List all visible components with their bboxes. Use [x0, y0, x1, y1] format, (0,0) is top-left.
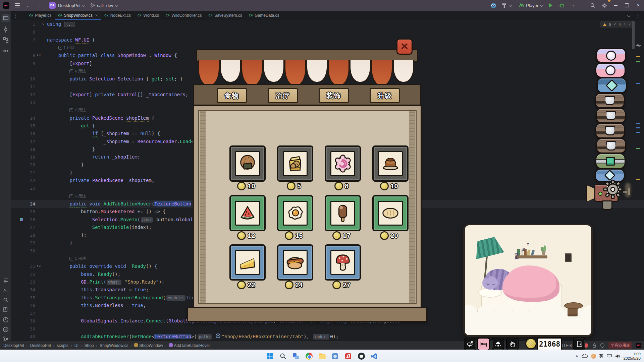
- editor-tab-World.cs[interactable]: C#World.cs: [134, 11, 162, 20]
- tray-chevron-up-icon[interactable]: ∧: [576, 354, 578, 358]
- maximize-button[interactable]: [621, 0, 633, 11]
- onedrive-cloud-icon[interactable]: [582, 354, 588, 358]
- chest-wood[interactable]: [596, 138, 626, 154]
- chest-wood[interactable]: [596, 108, 626, 123]
- code-line-1[interactable]: 1>using ...: [11, 20, 644, 28]
- usage-hint[interactable]: ↗5 用法: [69, 192, 86, 200]
- next-issue-icon[interactable]: ∨: [628, 22, 631, 26]
- pet-toolbar-mailbox-button[interactable]: [464, 338, 476, 350]
- stripe-mark[interactable]: [636, 61, 640, 62]
- godot-engine-icon[interactable]: [490, 2, 497, 8]
- breadcrumb-item[interactable]: Shop: [84, 343, 94, 348]
- shop-tab-4[interactable]: 升级: [370, 88, 400, 103]
- inherited-gutter-icon[interactable]: ↓o: [37, 53, 42, 58]
- commit-icon[interactable]: [2, 25, 10, 34]
- editor-tab-Player.cs[interactable]: C#Player.cs: [26, 11, 55, 20]
- inspections-widget[interactable]: 5 ✓ 4 ∧ ∨: [600, 21, 634, 27]
- shop-item-rice-cracker[interactable]: [229, 145, 266, 182]
- stripe-mark[interactable]: [636, 148, 640, 149]
- fold-arrow-icon[interactable]: >: [42, 20, 44, 28]
- shop-item-cheese[interactable]: [229, 244, 266, 281]
- license-badge[interactable]: 非商业用途: [608, 342, 633, 349]
- files-tool-icon[interactable]: [2, 306, 10, 314]
- override-gutter-icon[interactable]: ↑o: [37, 264, 42, 269]
- unlock-icon[interactable]: [592, 343, 596, 348]
- debug-button[interactable]: [556, 0, 568, 11]
- breadcrumb-item[interactable]: ShopWindow: [134, 343, 163, 348]
- editor-scrollbar[interactable]: [632, 21, 635, 49]
- stripe-mark[interactable]: [636, 123, 640, 124]
- run-button[interactable]: [545, 0, 556, 11]
- shop-item-mushroom[interactable]: [325, 244, 361, 281]
- taskbar-app-photos[interactable]: [331, 352, 339, 360]
- shop-item-hot-dog[interactable]: [277, 244, 313, 281]
- network-icon[interactable]: [607, 354, 612, 358]
- project-selector[interactable]: DesktopPet: [58, 3, 80, 8]
- more-tools-icon[interactable]: [2, 47, 10, 55]
- stripe-mark[interactable]: [636, 83, 640, 84]
- shop-item-fried-egg[interactable]: [277, 195, 313, 231]
- tray-clock[interactable]: 1:09 2025/5/20: [624, 352, 641, 361]
- shop-item-bread[interactable]: [372, 195, 409, 231]
- search-everywhere-icon[interactable]: [587, 0, 598, 11]
- settings-gear-icon[interactable]: [598, 0, 610, 11]
- usage-hint[interactable]: ↗1 用法: [58, 44, 75, 52]
- chest-pearl[interactable]: [596, 48, 626, 63]
- taskbar-app-start[interactable]: [266, 352, 274, 360]
- editor-tab-GameData.cs[interactable]: C#GameData.cs: [246, 11, 283, 20]
- shop-tab-1[interactable]: 食物: [217, 88, 247, 103]
- breadcrumb-item[interactable]: AddTabButtonHover: [169, 343, 210, 348]
- editor-tab-NodeExt.cs[interactable]: C#NodeExt.cs: [101, 11, 134, 20]
- minimize-button[interactable]: [610, 0, 621, 11]
- chest-blue-gem[interactable]: [597, 77, 627, 93]
- usage-hint[interactable]: ↗2 用法: [69, 106, 86, 114]
- chest-wood[interactable]: [595, 123, 625, 138]
- search-tool-icon[interactable]: [2, 296, 10, 304]
- more-actions-icon[interactable]: ⋮: [568, 0, 579, 11]
- breadcrumb-item[interactable]: ShopWindow.cs: [100, 343, 128, 348]
- code-line-6[interactable]: 6: [11, 28, 644, 36]
- editor-tab-WildController.cs[interactable]: C#WildController.cs: [162, 11, 205, 20]
- chevron-down-icon[interactable]: [509, 3, 512, 7]
- chest-pearl[interactable]: [595, 63, 626, 78]
- hide-tabs-icon[interactable]: —: [20, 14, 24, 17]
- breadcrumb-item[interactable]: DesktopPet: [30, 343, 51, 348]
- pet-toolbar-door-button[interactable]: [573, 338, 585, 350]
- taskbar-app-chrome[interactable]: [305, 352, 313, 360]
- taskbar-app-vscode[interactable]: [370, 352, 378, 360]
- gear-machine[interactable]: [586, 181, 633, 213]
- tab-list-chevron-icon[interactable]: [627, 14, 631, 17]
- shop-close-button[interactable]: ✕: [396, 39, 413, 55]
- build-hammer-icon[interactable]: [501, 3, 507, 8]
- breadcrumb-item[interactable]: UI: [74, 343, 78, 348]
- chest-wood[interactable]: [595, 93, 625, 108]
- pet-toolbar-lamp-button[interactable]: [492, 338, 504, 350]
- prev-issue-icon[interactable]: ∧: [623, 22, 626, 26]
- usage-hint[interactable]: ↗6 用法: [69, 67, 86, 75]
- editor-tab-ShopWindow.cs[interactable]: C#ShopWindow.cs×: [55, 11, 101, 20]
- tab-close-icon[interactable]: ×: [95, 13, 98, 18]
- shop-tab-3[interactable]: 装饰: [319, 88, 349, 103]
- shop-item-pudding[interactable]: [372, 145, 409, 182]
- project-folder-icon[interactable]: [2, 14, 10, 22]
- breadcrumb-item[interactable]: DesktopPet: [3, 343, 24, 348]
- taskbar-app-github[interactable]: [357, 352, 365, 360]
- format-icon[interactable]: [2, 277, 10, 285]
- forward-icon[interactable]: →: [37, 3, 41, 8]
- stripe-mark[interactable]: [636, 127, 640, 128]
- taskbar-app-music[interactable]: [344, 352, 352, 360]
- run-config-selector[interactable]: Player: [526, 3, 538, 8]
- stripe-mark[interactable]: [636, 132, 640, 133]
- breadcrumb[interactable]: DesktopPet›DesktopPet›scripts›UI›Shop›Sh…: [3, 343, 210, 348]
- shield-check-icon[interactable]: [600, 343, 604, 348]
- pet-toolbar-hand-button[interactable]: [506, 338, 519, 350]
- tab-options-icon[interactable]: ⋮: [635, 12, 641, 19]
- main-menu-icon[interactable]: [15, 2, 20, 8]
- shop-item-naruto-swirl[interactable]: [325, 145, 361, 182]
- problems-icon[interactable]: [2, 316, 10, 324]
- taskbar-app-widgets[interactable]: [292, 352, 300, 360]
- ime-indicator[interactable]: 英: [599, 353, 603, 359]
- services-icon[interactable]: [2, 325, 10, 334]
- usage-hint[interactable]: ↗1 用法: [69, 255, 86, 262]
- back-icon[interactable]: ←: [26, 3, 31, 8]
